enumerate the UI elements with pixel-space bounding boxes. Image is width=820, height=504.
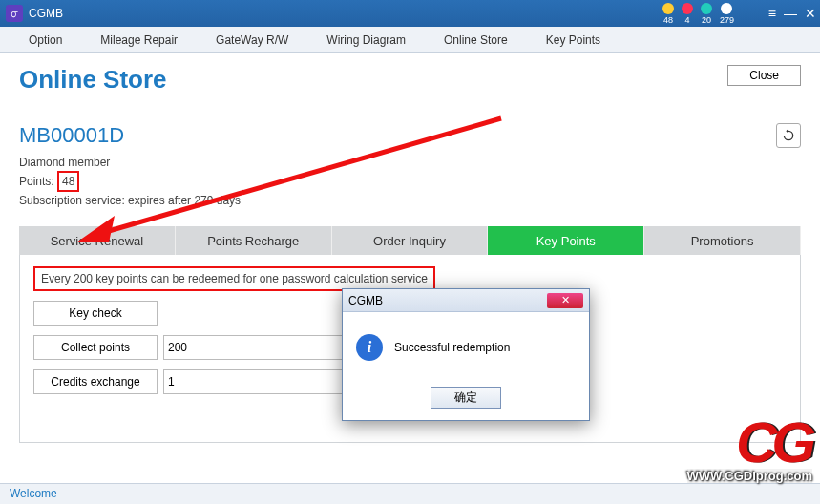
menu-item-option[interactable]: Option [29, 33, 62, 47]
close-icon[interactable]: ✕ [805, 6, 816, 21]
collect-points-input[interactable] [163, 335, 354, 360]
dialog-message: Successful redemption [394, 341, 510, 354]
app-icon: ൦ [6, 5, 23, 22]
collect-points-button[interactable]: Collect points [33, 335, 158, 360]
gem-icon: 4 [682, 3, 693, 25]
status-bar: Welcome [0, 483, 820, 504]
points-value: 48 [57, 171, 79, 192]
member-level: Diamond member [19, 154, 801, 171]
menu-icon[interactable]: ≡ [768, 6, 776, 21]
menu-item-gateway-r-w[interactable]: GateWay R/W [216, 33, 288, 47]
title-bar: ൦ CGMB 48420279 ≡ — ✕ [0, 0, 820, 27]
subscription-info: Subscription service: expires after 279 … [19, 192, 801, 209]
tab-order-inquiry[interactable]: Order Inquiry [332, 226, 489, 255]
close-button[interactable]: Close [727, 65, 801, 86]
tab-bar: Service RenewalPoints RechargeOrder Inqu… [19, 226, 801, 255]
window-controls: ≡ — ✕ [768, 6, 816, 21]
dialog-close-button[interactable]: ✕ [547, 293, 583, 308]
dialog-success: CGMB ✕ i Successful redemption 确定 [342, 288, 590, 421]
calendar-icon: 279 [720, 3, 734, 25]
credits-exchange-input[interactable] [163, 369, 354, 394]
page-title: Online Store [19, 65, 167, 94]
tab-points-recharge[interactable]: Points Recharge [176, 226, 332, 255]
account-id: MB00001D [19, 123, 124, 148]
tab-promotions[interactable]: Promotions [644, 226, 801, 255]
titlebar-stats: 48420279 [662, 3, 734, 25]
menu-item-mileage-repair[interactable]: Mileage Repair [100, 33, 178, 47]
points-line: Points: 48 [19, 171, 801, 192]
dialog-title: CGMB [348, 294, 383, 307]
menu-item-online-store[interactable]: Online Store [444, 33, 508, 47]
status-text: Welcome [10, 487, 57, 500]
info-icon: i [356, 334, 383, 361]
tab-key-points[interactable]: Key Points [488, 226, 644, 255]
menu-item-wiring-diagram[interactable]: Wiring Diagram [326, 33, 406, 47]
gem-icon-2: 20 [701, 3, 712, 25]
app-title: CGMB [29, 7, 63, 20]
menu-bar: OptionMileage RepairGateWay R/WWiring Di… [0, 27, 820, 53]
coin-icon: 48 [662, 3, 674, 25]
tab-service-renewal[interactable]: Service Renewal [19, 226, 176, 255]
credits-exchange-button[interactable]: Credits exchange [33, 369, 158, 394]
refresh-icon [781, 128, 796, 143]
minimize-icon[interactable]: — [784, 6, 797, 21]
key-check-button[interactable]: Key check [33, 301, 158, 326]
refresh-button[interactable] [776, 123, 801, 148]
dialog-ok-button[interactable]: 确定 [431, 387, 501, 409]
points-label: Points: [19, 175, 54, 188]
menu-item-key-points[interactable]: Key Points [546, 33, 600, 47]
